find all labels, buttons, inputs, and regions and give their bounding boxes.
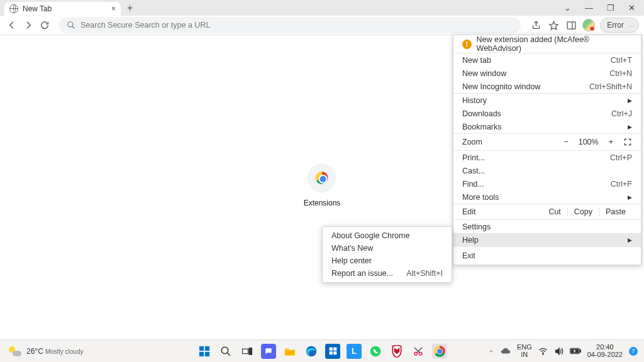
fullscreen-button[interactable] bbox=[623, 138, 632, 146]
menu-edit: Edit Cut Copy Paste bbox=[453, 204, 641, 219]
ntp-shortcut[interactable]: Extensions bbox=[304, 163, 341, 207]
globe-icon bbox=[9, 4, 18, 13]
help-about[interactable]: About Google Chrome bbox=[323, 229, 452, 242]
search-taskbar-button[interactable] bbox=[218, 344, 233, 359]
snip-icon[interactable] bbox=[411, 344, 426, 359]
start-button[interactable] bbox=[197, 344, 212, 359]
menu-label: Zoom bbox=[462, 138, 482, 146]
edit-cut-button[interactable]: Cut bbox=[542, 207, 567, 216]
zoom-in-button[interactable]: + bbox=[609, 138, 613, 146]
svg-rect-7 bbox=[243, 349, 248, 354]
svg-rect-14 bbox=[333, 351, 336, 354]
notification-text: New extension added (McAfee® WebAdvisor) bbox=[477, 35, 632, 53]
svg-point-6 bbox=[221, 347, 228, 354]
side-panel-button[interactable] bbox=[565, 19, 577, 31]
new-tab-button[interactable]: + bbox=[127, 3, 133, 14]
menu-label: Bookmarks bbox=[462, 123, 502, 131]
weather-widget[interactable]: 26°C Mostly cloudy bbox=[0, 346, 83, 356]
menu-print[interactable]: Print... Ctrl+P bbox=[453, 151, 641, 164]
help-report-issue[interactable]: Report an issue... Alt+Shift+I bbox=[323, 267, 452, 280]
menu-new-incognito[interactable]: New Incognito window Ctrl+Shift+N bbox=[453, 80, 641, 93]
menu-new-window[interactable]: New window Ctrl+N bbox=[453, 67, 641, 80]
menu-more-tools[interactable]: More tools ▶ bbox=[453, 190, 641, 204]
svg-rect-2 bbox=[199, 346, 204, 350]
mcafee-icon[interactable] bbox=[389, 344, 404, 359]
profile-avatar[interactable] bbox=[582, 19, 595, 31]
app-l-icon[interactable]: L bbox=[347, 344, 362, 359]
menu-label: History bbox=[462, 96, 487, 105]
tray-overflow-button[interactable] bbox=[488, 348, 494, 354]
edit-paste-button[interactable]: Paste bbox=[599, 207, 632, 216]
menu-label: Find... bbox=[462, 180, 484, 189]
chrome-menu-button[interactable]: Error ⋮ bbox=[600, 18, 639, 33]
menu-cast[interactable]: Cast... bbox=[453, 164, 641, 177]
menu-label: Exit bbox=[462, 251, 475, 260]
menu-find[interactable]: Find... Ctrl+F bbox=[453, 177, 641, 190]
menu-label: Help bbox=[462, 236, 479, 244]
task-view-button[interactable] bbox=[240, 344, 255, 359]
zoom-out-button[interactable]: − bbox=[564, 138, 568, 146]
menu-label: New window bbox=[462, 69, 506, 78]
menu-label: Report an issue... bbox=[331, 269, 393, 278]
notification-count-badge[interactable]: 7 bbox=[629, 347, 638, 356]
edit-copy-button[interactable]: Copy bbox=[567, 207, 599, 216]
svg-rect-9 bbox=[285, 350, 295, 355]
menu-notification[interactable]: ! New extension added (McAfee® WebAdviso… bbox=[453, 35, 641, 53]
menu-help[interactable]: Help ▶ bbox=[453, 233, 641, 246]
chevron-right-icon: ▶ bbox=[628, 124, 632, 130]
help-submenu: About Google Chrome What's New Help cent… bbox=[322, 226, 452, 283]
menu-label: Cast... bbox=[462, 167, 485, 175]
shortcut-circle bbox=[308, 163, 336, 192]
weather-temp: 26°C bbox=[26, 347, 43, 356]
toolbar: Search Secure Search or type a URL Error… bbox=[0, 16, 644, 35]
svg-rect-11 bbox=[329, 348, 332, 351]
svg-rect-1 bbox=[567, 21, 575, 28]
whatsapp-icon[interactable] bbox=[368, 344, 383, 359]
app-chat-icon[interactable] bbox=[261, 344, 276, 359]
window-controls: ⌄ — ❐ ✕ bbox=[564, 3, 644, 13]
menu-shortcut: Ctrl+Shift+N bbox=[589, 82, 632, 91]
maximize-button[interactable]: ❐ bbox=[607, 3, 614, 13]
edge-icon[interactable] bbox=[304, 344, 319, 359]
reload-button[interactable] bbox=[39, 19, 50, 31]
help-whats-new[interactable]: What's New bbox=[323, 242, 452, 255]
system-tray: ENG IN 20:40 04-09-2022 7 bbox=[488, 344, 644, 358]
close-window-button[interactable]: ✕ bbox=[628, 3, 635, 13]
volume-icon[interactable] bbox=[554, 347, 564, 356]
back-button[interactable] bbox=[6, 19, 18, 31]
svg-rect-13 bbox=[329, 351, 332, 354]
menu-label: Help center bbox=[331, 256, 372, 265]
minimize-button[interactable]: — bbox=[585, 3, 593, 13]
close-tab-button[interactable]: × bbox=[111, 4, 116, 13]
zoom-value: 100% bbox=[579, 138, 599, 146]
language-indicator[interactable]: ENG IN bbox=[517, 344, 532, 358]
menu-label: Settings bbox=[462, 222, 491, 231]
wifi-icon[interactable] bbox=[538, 348, 548, 355]
chevron-down-icon[interactable]: ⌄ bbox=[564, 3, 571, 13]
clock[interactable]: 20:40 04-09-2022 bbox=[587, 344, 623, 358]
battery-icon[interactable] bbox=[570, 348, 581, 354]
taskbar-center: L bbox=[197, 344, 447, 359]
help-help-center[interactable]: Help center bbox=[323, 255, 452, 267]
chevron-right-icon: ▶ bbox=[628, 97, 632, 104]
menu-exit[interactable]: Exit bbox=[453, 247, 641, 265]
chrome-taskbar-icon[interactable] bbox=[432, 344, 447, 359]
menu-history[interactable]: History ▶ bbox=[453, 94, 641, 107]
forward-button[interactable] bbox=[23, 19, 34, 31]
menu-settings[interactable]: Settings bbox=[453, 220, 641, 233]
onedrive-icon[interactable] bbox=[501, 348, 511, 354]
menu-new-tab[interactable]: New tab Ctrl+T bbox=[453, 53, 641, 67]
menu-shortcut: Ctrl+T bbox=[611, 56, 632, 65]
store-icon[interactable] bbox=[325, 344, 340, 359]
menu-label: About Google Chrome bbox=[331, 231, 409, 240]
menu-shortcut: Ctrl+P bbox=[610, 153, 632, 162]
taskbar: 26°C Mostly cloudy L bbox=[0, 339, 644, 362]
share-button[interactable] bbox=[530, 19, 542, 31]
svg-rect-8 bbox=[249, 348, 252, 354]
menu-bookmarks[interactable]: Bookmarks ▶ bbox=[453, 120, 641, 133]
browser-tab[interactable]: New Tab × bbox=[4, 2, 121, 16]
menu-downloads[interactable]: Downloads Ctrl+J bbox=[453, 107, 641, 120]
address-bar[interactable]: Search Secure Search or type a URL bbox=[59, 17, 521, 33]
bookmark-button[interactable] bbox=[547, 19, 560, 31]
file-explorer-icon[interactable] bbox=[282, 344, 297, 359]
